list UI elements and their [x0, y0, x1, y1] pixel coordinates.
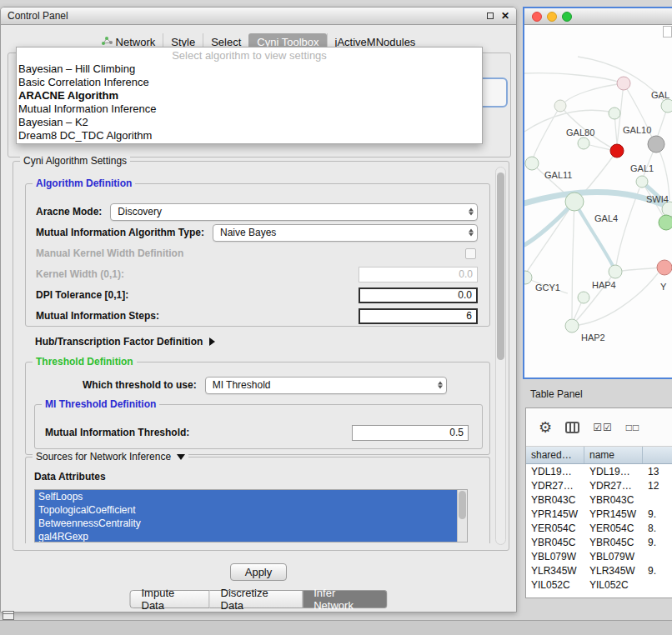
network-node[interactable] — [525, 157, 539, 170]
table-cell: YBL079W — [526, 551, 584, 562]
network-node[interactable] — [636, 176, 648, 188]
network-node[interactable] — [657, 260, 672, 275]
algorithm-option[interactable]: Bayesian – Hill Climbing — [17, 62, 482, 76]
algorithm-option[interactable]: Basic Correlation Inference — [17, 76, 482, 89]
algorithm-dropdown-popup: Select algorithm to view settings Bayesi… — [16, 47, 483, 144]
table-cell: YPR145W — [584, 508, 643, 520]
table-row[interactable]: YBR045CYBR045C9. — [526, 535, 672, 549]
network-node[interactable] — [610, 144, 624, 158]
table-row[interactable]: YDL19…YDL19…13 — [526, 464, 672, 478]
column-header[interactable]: shared… — [526, 447, 584, 463]
hub-definition-expander[interactable]: Hub/Transcription Factor Definition — [35, 333, 215, 350]
aracne-mode-select[interactable]: Discovery — [110, 203, 478, 221]
network-node[interactable] — [661, 99, 672, 112]
table-toolbar: ⚙ ☑☑ □□ — [526, 408, 672, 447]
mi-steps-row: Mutual Information Steps: 6 — [36, 307, 478, 325]
algorithm-option[interactable]: Bayesian – K2 — [17, 116, 482, 129]
updown-arrows-icon — [469, 208, 474, 216]
kernel-width-input[interactable]: 0.0 — [359, 267, 478, 282]
network-node[interactable] — [617, 77, 630, 90]
table-cell: 9. — [643, 565, 672, 577]
attribute-list-item[interactable]: TopologicalCoefficient — [35, 503, 457, 517]
collapsed-panel-icon[interactable] — [3, 611, 14, 620]
table-cell: YDL19… — [584, 466, 643, 478]
network-node[interactable] — [578, 138, 589, 149]
mi-threshold-row: Mutual Information Threshold: 0.5 — [45, 423, 470, 442]
network-window-titlebar[interactable] — [524, 8, 672, 25]
network-node[interactable] — [565, 192, 584, 211]
data-attributes-list[interactable]: SelfLoopsTopologicalCoefficientBetweenne… — [34, 489, 468, 542]
table-row[interactable]: YIL052CYIL052C — [526, 578, 672, 592]
dpi-tolerance-input[interactable]: 0.0 — [359, 288, 478, 303]
settings-scrollbar-thumb[interactable] — [497, 172, 504, 360]
network-node[interactable] — [648, 136, 664, 152]
mi-threshold-input[interactable]: 0.5 — [352, 425, 469, 441]
network-node[interactable] — [609, 265, 622, 278]
bottom-tab-discretize-data[interactable]: Discretize Data — [210, 590, 303, 608]
show-columns-icon[interactable] — [565, 422, 579, 433]
attributes-scrollbar[interactable] — [457, 490, 467, 542]
bottom-tabs: Impute DataDiscretize DataInfer Network — [130, 590, 388, 608]
table-row[interactable]: YBR043CYBR043C — [526, 492, 672, 507]
network-node[interactable] — [659, 215, 672, 230]
which-threshold-label: Which threshold to use: — [83, 379, 197, 391]
table-row[interactable]: YDR27…YDR27…12 — [526, 478, 672, 492]
table-row[interactable]: YLR345WYLR345W9. — [526, 563, 672, 578]
which-threshold-select[interactable]: MI Threshold — [205, 377, 447, 394]
attribute-list-item[interactable]: SelfLoops — [35, 490, 457, 503]
manual-kernel-row: Manual Kernel Width Definition — [36, 244, 478, 262]
minimize-traffic-light[interactable] — [547, 12, 557, 22]
expand-right-icon — [209, 338, 215, 346]
network-scrollbar-corner[interactable] — [663, 26, 672, 38]
close-icon[interactable]: ✕ — [501, 11, 509, 21]
mi-type-select[interactable]: Naive Bayes — [213, 224, 478, 242]
network-node[interactable] — [524, 271, 532, 284]
algorithm-option[interactable]: Mutual Information Inference — [17, 102, 482, 116]
bottom-tab-impute-data[interactable]: Impute Data — [130, 590, 210, 608]
network-node[interactable] — [609, 108, 620, 119]
unselect-all-columns-icon[interactable]: □□ — [626, 422, 640, 433]
attributes-scrollbar-thumb[interactable] — [459, 491, 466, 519]
apply-button[interactable]: Apply — [230, 563, 287, 581]
table-cell: YBR045C — [526, 537, 584, 548]
bottom-tab-infer-network[interactable]: Infer Network — [303, 590, 387, 608]
settings-scrollbar[interactable] — [495, 167, 506, 545]
which-threshold-value: MI Threshold — [213, 379, 271, 391]
network-node[interactable] — [565, 319, 579, 332]
network-canvas[interactable]: GAL80GAL10GAL11GAL1SWI4GAL4GCY1HAP4HAP2Y… — [524, 25, 672, 378]
manual-kernel-checkbox[interactable] — [465, 248, 476, 259]
select-all-columns-icon[interactable]: ☑☑ — [593, 422, 613, 433]
updown-arrows-icon — [469, 229, 474, 237]
threshold-definition-group: Threshold Definition Which threshold to … — [25, 362, 490, 455]
column-header[interactable]: name — [584, 447, 643, 463]
table-cell: YPR145W — [526, 508, 584, 520]
table-row[interactable]: YPR145WYPR145W9. — [526, 507, 672, 521]
control-panel-title: Control Panel — [8, 10, 68, 22]
zoom-traffic-light[interactable] — [562, 12, 572, 22]
attribute-list-item[interactable]: gal4RGexp — [35, 530, 457, 542]
algorithm-option[interactable]: Dream8 DC_TDC Algorithm — [17, 129, 482, 142]
aracne-mode-value: Discovery — [118, 206, 162, 218]
network-node[interactable] — [554, 100, 566, 112]
table-panel-title: Table Panel — [530, 388, 583, 400]
table-row[interactable]: YBL079WYBL079W — [526, 549, 672, 563]
kernel-width-row: Kernel Width (0,1): 0.0 — [36, 265, 478, 283]
network-node[interactable] — [578, 292, 589, 303]
control-panel-titlebar[interactable]: Control Panel ✕ — [1, 8, 516, 25]
network-node-label: GCY1 — [535, 282, 560, 292]
which-threshold-row: Which threshold to use: MI Threshold — [83, 376, 478, 394]
table-row[interactable]: YER054CYER054C8. — [526, 521, 672, 535]
table-cell: YLR345W — [584, 565, 643, 577]
network-edge — [572, 202, 574, 318]
mi-steps-input[interactable]: 6 — [359, 308, 478, 324]
table-settings-gear-icon[interactable]: ⚙ — [539, 420, 552, 435]
attribute-list-item[interactable]: BetweennessCentrality — [35, 517, 457, 530]
close-traffic-light[interactable] — [532, 12, 542, 22]
network-node-label: GAL — [651, 90, 669, 100]
float-window-icon[interactable] — [487, 12, 494, 19]
network-edge-thick — [574, 202, 614, 269]
desktop: Control Panel ✕ NetworkStyleSelectCyni T… — [0, 0, 672, 635]
sources-collapse-toggle[interactable]: Sources for Network Inference — [33, 451, 188, 462]
algorithm-option[interactable]: ARACNE Algorithm — [17, 89, 482, 102]
column-header[interactable] — [643, 447, 672, 463]
